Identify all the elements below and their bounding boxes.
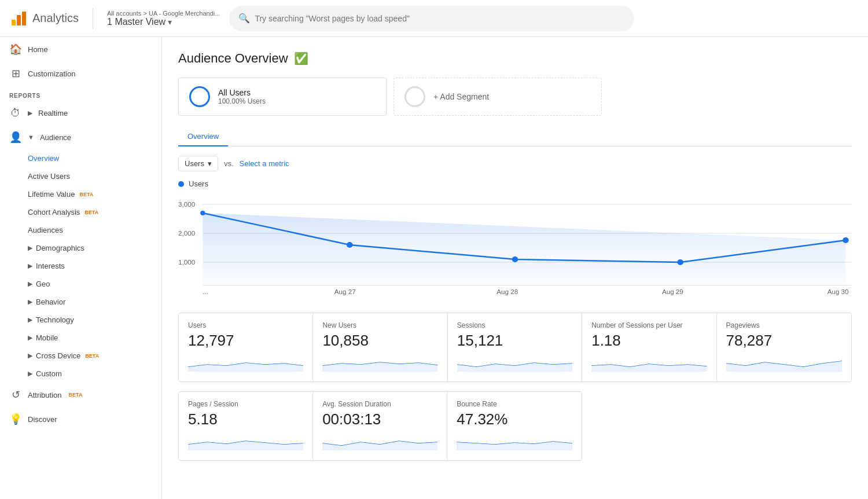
svg-rect-1 [17,15,21,25]
sidebar-item-customization[interactable]: ⊞ Customization [0,61,161,86]
svg-marker-25 [591,364,707,372]
svg-point-14 [512,256,518,262]
metric-dropdown[interactable]: Users ▾ [178,156,218,171]
sparkline-new-users [322,354,437,372]
account-path: All accounts > UA - Google Merchandi... [107,10,220,17]
metric-label-sessions-per-user: Number of Sessions per User [591,321,707,329]
chart-legend: Users [178,179,852,188]
audience-icon: 👤 [9,131,22,144]
select-metric-link[interactable]: Select a metric [240,159,289,168]
discover-icon: 💡 [9,413,22,425]
metric-cell-bounce-rate: Bounce Rate 47.32% [447,392,582,460]
audience-chevron: ▼ [28,134,34,141]
sidebar: 🏠 Home ⊞ Customization REPORTS ⏱ ▶ Realt… [0,37,162,499]
metric-value-sessions-per-user: 1.18 [591,332,707,350]
demographics-label: Demographics [36,244,84,252]
svg-point-15 [677,259,683,265]
sparkline-pageviews [726,354,842,372]
mobile-chevron: ▶ [28,334,32,342]
interests-chevron: ▶ [28,262,32,270]
geo-label: Geo [36,280,50,288]
sidebar-item-mobile[interactable]: ▶ Mobile [0,329,161,347]
metric-cell-new-users: New Users 10,858 [313,313,447,381]
all-users-segment-card[interactable]: All Users 100.00% Users [178,78,387,116]
geo-chevron: ▶ [28,280,32,288]
sidebar-item-home[interactable]: 🏠 Home [0,37,161,61]
metric-value-users: 12,797 [188,332,303,350]
chart-area: Users 3,000 2,000 1,000 [178,179,852,299]
metric-value-pages-session: 5.18 [188,410,303,428]
mobile-label: Mobile [36,333,58,342]
metrics-grid-row2: Pages / Session 5.18 Avg. Session Durati… [178,391,582,461]
svg-rect-0 [12,20,16,25]
sidebar-item-discover[interactable]: 💡 Discover [0,407,161,431]
sidebar-item-behavior[interactable]: ▶ Behavior [0,293,161,311]
sidebar-item-demographics[interactable]: ▶ Demographics [0,239,161,257]
metric-cell-sessions: Sessions 15,121 [448,313,582,381]
svg-marker-23 [322,362,437,372]
segment-circle-add [404,86,425,107]
attribution-icon: ↺ [9,388,22,401]
svg-marker-26 [726,361,842,372]
sidebar-item-active-users[interactable]: Active Users [0,167,161,185]
sidebar-item-attribution[interactable]: ↺ Attribution BETA [0,383,161,407]
customization-icon: ⊞ [9,67,22,80]
sidebar-item-overview[interactable]: Overview [0,149,161,167]
overview-label: Overview [28,154,59,163]
reports-section-label: REPORTS [0,86,161,101]
top-bar: Analytics All accounts > UA - Google Mer… [0,0,868,37]
sidebar-item-cohort-analysis[interactable]: Cohort Analysis BETA [0,203,161,221]
sidebar-item-geo[interactable]: ▶ Geo [0,275,161,293]
metric-value-pageviews: 78,287 [726,332,842,350]
logo-area: Analytics [9,9,79,28]
sidebar-item-interests[interactable]: ▶ Interests [0,257,161,275]
custom-chevron: ▶ [28,370,32,377]
verified-icon: ✅ [294,52,308,65]
add-segment-text: + Add Segment [433,92,489,101]
svg-text:2,000: 2,000 [178,230,195,237]
metrics-grid-row1: Users 12,797 New Users 10,858 Sessions 1… [178,313,852,382]
legend-label-users: Users [189,179,208,188]
sidebar-item-lifetime-value[interactable]: Lifetime Value BETA [0,185,161,203]
sidebar-item-technology[interactable]: ▶ Technology [0,311,161,329]
metric-label-pages-session: Pages / Session [188,400,303,408]
page-header: Audience Overview ✅ [178,51,852,66]
sidebar-item-realtime[interactable]: ⏱ ▶ Realtime [0,101,161,125]
tab-overview[interactable]: Overview [178,127,228,146]
svg-point-16 [843,237,849,243]
metric-value-bounce-rate: 47.32% [457,410,572,428]
svg-text:Aug 28: Aug 28 [496,288,518,295]
search-input[interactable] [255,14,625,23]
segment-info: All Users 100.00% Users [218,88,266,105]
segment-circle-primary [189,86,210,107]
realtime-chevron: ▶ [28,109,32,117]
sidebar-item-audiences[interactable]: Audiences [0,221,161,239]
view-selector-chevron: ▾ [168,17,172,27]
view-selector[interactable]: 1 Master View ▾ [107,17,220,27]
segment-pct: 100.00% Users [218,97,266,105]
behavior-label: Behavior [36,298,65,306]
svg-text:...: ... [203,288,208,295]
search-bar[interactable]: 🔍 [229,6,634,31]
svg-text:Aug 30: Aug 30 [827,288,849,295]
active-users-label: Active Users [28,172,70,181]
svg-rect-2 [22,12,26,25]
svg-point-13 [347,242,353,248]
sidebar-item-audience[interactable]: 👤 ▼ Audience [0,125,161,149]
sidebar-item-custom[interactable]: ▶ Custom [0,365,161,383]
customization-label: Customization [28,69,75,78]
sidebar-item-cross-device[interactable]: ▶ Cross Device BETA [0,347,161,365]
tabs-row: Overview [178,127,852,146]
metric-cell-sessions-per-user: Number of Sessions per User 1.18 [582,313,716,381]
metric-selector-row: Users ▾ vs. Select a metric [178,156,852,171]
metric-label-bounce-rate: Bounce Rate [457,400,572,408]
realtime-label: Realtime [38,109,68,118]
app-title: Analytics [32,12,79,25]
sparkline-avg-session-duration [322,433,437,450]
sparkline-bounce-rate [457,433,572,450]
behavior-chevron: ▶ [28,298,32,306]
svg-marker-27 [188,441,303,450]
add-segment-card[interactable]: + Add Segment [393,78,602,116]
content-area: Audience Overview ✅ All Users 100.00% Us… [162,37,868,499]
metric-label-new-users: New Users [322,321,437,329]
